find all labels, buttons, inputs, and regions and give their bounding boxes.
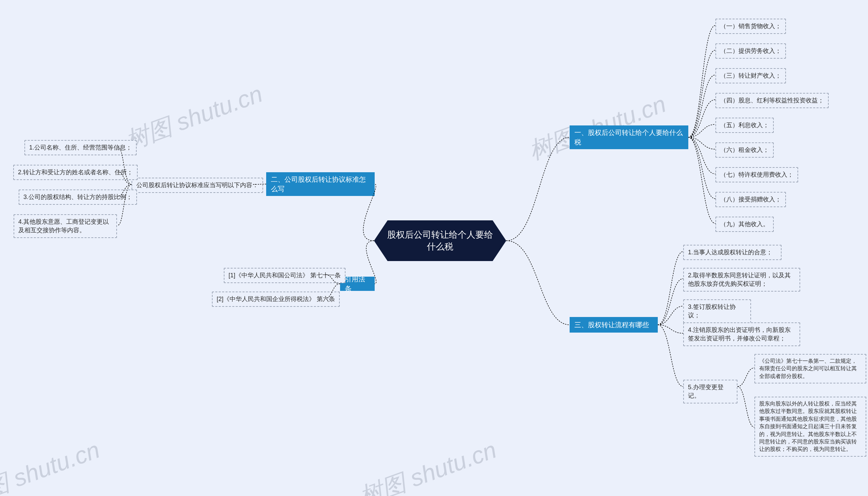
root-node[interactable]: 股权后公司转让给个人要给什么税 — [374, 220, 506, 261]
b2-sub[interactable]: 公司股权后转让协议标准应当写明以下内容： — [131, 177, 263, 193]
b1-leaf-5-text: （六）租金收入； — [720, 146, 769, 154]
b1-leaf-6-text: （七）特许权使用费收入； — [720, 171, 793, 179]
branch-2-title: 二、公司股权后转让协议标准怎么写 — [271, 175, 370, 193]
b3-leaf-4[interactable]: 5.办理变更登记。 — [683, 380, 738, 403]
b1-leaf-2-text: （三）转让财产收入； — [720, 72, 781, 80]
b2-leaf-3-text: 4.其他股东意愿、工商登记变更以及相互交接协作等内容。 — [18, 218, 112, 235]
b1-leaf-0[interactable]: （一）销售货物收入； — [715, 19, 786, 34]
root-title: 股权后公司转让给个人要给什么税 — [384, 229, 496, 252]
b2-sub-text: 公司股权后转让协议标准应当写明以下内容： — [136, 181, 258, 189]
watermark: 树图 shutu.cn — [121, 78, 267, 157]
b3-leaf-0-text: 1.当事人达成股权转让的合意； — [688, 248, 772, 257]
b2-leaf-0-text: 1.公司名称、住所、经营范围等信息； — [29, 143, 132, 152]
b1-leaf-2[interactable]: （三）转让财产收入； — [715, 68, 786, 83]
b4-leaf-0[interactable]: [1]《中华人民共和国公司法》 第七十一条 — [224, 268, 345, 283]
b3-sub5-0-text: 《公司法》第七十一条第一、二款规定，有限责任公司的股东之间可以相互转让其全部或者… — [759, 357, 862, 380]
b1-leaf-8[interactable]: （九）其他收入。 — [715, 217, 774, 232]
b1-leaf-1-text: （二）提供劳务收入； — [720, 47, 781, 55]
b1-leaf-4-text: （五）利息收入； — [720, 121, 769, 129]
b1-leaf-8-text: （九）其他收入。 — [720, 220, 769, 229]
b4-leaf-0-text: [1]《中华人民共和国公司法》 第七十一条 — [229, 271, 341, 280]
branch-1-title: 一、股权后公司转让给个人要给什么税 — [574, 128, 684, 147]
b3-leaf-3[interactable]: 4.注销原股东的出资证明书，向新股东签发出资证明书，并修改公司章程； — [683, 322, 800, 346]
b2-leaf-2-text: 3.公司的股权结构、转让方的持股比例； — [24, 193, 132, 201]
branch-2[interactable]: 二、公司股权后转让协议标准怎么写 — [266, 172, 375, 196]
b1-leaf-4[interactable]: （五）利息收入； — [715, 118, 774, 133]
b2-leaf-0[interactable]: 1.公司名称、住所、经营范围等信息； — [25, 140, 137, 155]
b2-leaf-1[interactable]: 2.转让方和受让方的姓名或者名称、住所； — [13, 165, 138, 180]
b1-leaf-6[interactable]: （七）特许权使用费收入； — [715, 167, 798, 182]
b3-sub5-1[interactable]: 股东向股东以外的人转让股权，应当经其他股东过半数同意。股东应就其股权转让事项书面… — [755, 397, 866, 457]
b2-leaf-1-text: 2.转让方和受让方的姓名或者名称、住所； — [18, 168, 133, 177]
b1-leaf-7[interactable]: （八）接受捐赠收入； — [715, 192, 786, 207]
b4-leaf-1-text: [2]《中华人民共和国企业所得税法》 第六条 — [217, 295, 335, 304]
watermark: 树图 shutu.cn — [355, 434, 501, 496]
b3-leaf-1[interactable]: 2.取得半数股东同意转让证明，以及其他股东放弃优先购买权证明； — [683, 268, 800, 292]
branch-1[interactable]: 一、股权后公司转让给个人要给什么税 — [570, 125, 688, 149]
b1-leaf-3[interactable]: （四）股息、红利等权益性投资收益； — [715, 93, 829, 108]
b2-leaf-2[interactable]: 3.公司的股权结构、转让方的持股比例； — [19, 189, 137, 205]
watermark: 树图 shutu.cn — [0, 434, 104, 496]
b1-leaf-5[interactable]: （六）租金收入； — [715, 142, 774, 158]
b3-leaf-3-text: 4.注销原股东的出资证明书，向新股东签发出资证明书，并修改公司章程； — [688, 326, 795, 343]
b2-leaf-3[interactable]: 4.其他股东意愿、工商登记变更以及相互交接协作等内容。 — [14, 214, 117, 238]
b3-sub5-1-text: 股东向股东以外的人转让股权，应当经其他股东过半数同意。股东应就其股权转让事项书面… — [759, 400, 862, 453]
b1-leaf-7-text: （八）接受捐赠收入； — [720, 195, 781, 204]
b4-leaf-1[interactable]: [2]《中华人民共和国企业所得税法》 第六条 — [212, 292, 340, 307]
mindmap-canvas: 树图 shutu.cn 树图 shutu.cn 树图 shutu.cn 树图 s… — [0, 0, 868, 496]
b3-leaf-0[interactable]: 1.当事人达成股权转让的合意； — [683, 245, 781, 260]
b1-leaf-1[interactable]: （二）提供劳务收入； — [715, 43, 786, 59]
b3-leaf-2[interactable]: 3.签订股权转让协议； — [683, 299, 751, 323]
b3-leaf-2-text: 3.签订股权转让协议； — [688, 303, 746, 320]
b3-leaf-1-text: 2.取得半数股东同意转让证明，以及其他股东放弃优先购买权证明； — [688, 271, 795, 288]
branch-3-title: 三、股权转让流程有哪些 — [574, 320, 649, 329]
branch-4-title: 引用法条 — [345, 274, 370, 293]
b3-leaf-4-text: 5.办理变更登记。 — [688, 383, 733, 400]
branch-3[interactable]: 三、股权转让流程有哪些 — [570, 317, 658, 332]
b1-leaf-3-text: （四）股息、红利等权益性投资收益； — [720, 96, 824, 105]
b3-sub5-0[interactable]: 《公司法》第七十一条第一、二款规定，有限责任公司的股东之间可以相互转让其全部或者… — [755, 354, 866, 384]
b1-leaf-0-text: （一）销售货物收入； — [720, 22, 781, 31]
